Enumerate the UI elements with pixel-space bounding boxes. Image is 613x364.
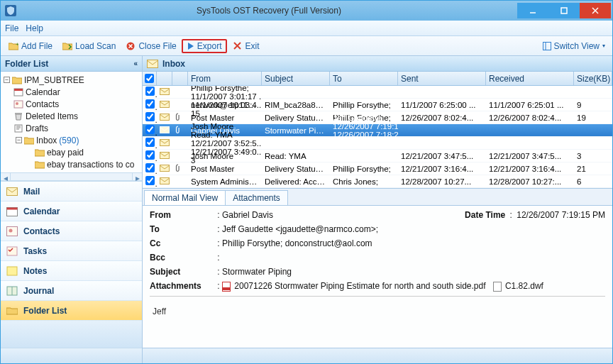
col-sent[interactable]: Sent <box>398 72 486 85</box>
tree-inbox[interactable]: − Inbox (590) <box>4 134 140 146</box>
col-size[interactable]: Size(KB) <box>574 72 612 85</box>
svg-rect-33 <box>493 282 501 291</box>
row-checkbox[interactable] <box>145 125 155 134</box>
nav-calendar[interactable]: Calendar <box>1 202 142 221</box>
window-minimize-button[interactable] <box>517 3 548 18</box>
toolbar-label: Load Scan <box>75 41 116 51</box>
tree-ebay-trans[interactable]: ebay transactions to co <box>4 158 140 170</box>
tree-ebay-paid[interactable]: ebay paid <box>4 146 140 158</box>
tree-deleted[interactable]: Deleted Items <box>4 110 140 122</box>
nav-folder-list[interactable]: Folder List <box>1 301 142 321</box>
status-bar <box>143 348 612 363</box>
mail-row[interactable]: eBay New eBay matche...Phillip Forsythe;… <box>143 86 612 99</box>
mail-row[interactable]: System Administra...Delivered: Accept...… <box>143 175 612 188</box>
row-checkbox[interactable] <box>145 112 155 121</box>
menu-bar: File Help <box>1 21 612 36</box>
inbox-header: Inbox <box>143 56 612 72</box>
col-to[interactable]: To <box>330 72 398 85</box>
nav-label: Calendar <box>23 206 60 216</box>
nav-list: Mail Calendar Contacts Tasks Notes Journ… <box>1 181 142 363</box>
add-file-button[interactable]: + Add File <box>4 39 57 53</box>
folder-load-icon <box>62 41 72 51</box>
nav-journal[interactable]: Journal <box>1 281 142 301</box>
tree-calendar[interactable]: Calendar <box>4 86 140 98</box>
folder-plus-icon: + <box>9 41 18 51</box>
envelope-icon <box>160 165 170 172</box>
mail-icon <box>6 187 18 197</box>
scroll-left-icon[interactable]: ◂ <box>1 173 11 180</box>
scroll-right-icon[interactable]: ▸ <box>132 173 142 180</box>
tree-root[interactable]: − IPM_SUBTREE <box>4 74 140 86</box>
export-button[interactable]: Export <box>182 39 228 53</box>
nav-tasks[interactable]: Tasks <box>1 241 142 261</box>
col-attach[interactable] <box>172 72 188 85</box>
select-all-checkbox[interactable] <box>145 74 154 83</box>
row-checkbox[interactable] <box>145 99 155 109</box>
col-from[interactable]: From <box>188 72 262 85</box>
cell-subject: Delivery Status N... <box>262 114 330 122</box>
cell-received: 12/26/2007 8:02:4... <box>486 114 574 122</box>
cell-from: Josh Moore <box>188 152 262 160</box>
row-checkbox[interactable] <box>145 138 155 147</box>
nav-label: Notes <box>23 266 47 276</box>
tree-label: Deleted Items <box>26 111 78 121</box>
envelope-icon <box>160 152 170 159</box>
row-checkbox[interactable] <box>145 87 155 96</box>
svg-rect-20 <box>7 267 17 275</box>
window-title: SysTools OST Recovery (Full Version) <box>21 6 517 16</box>
inbox-title: Inbox <box>162 59 185 69</box>
cell-size: 9 <box>574 101 612 109</box>
mail-rows[interactable]: eBay New eBay matche...Phillip Forsythe;… <box>143 86 612 188</box>
collapse-icon[interactable]: − <box>4 77 10 83</box>
nav-label: Journal <box>23 286 54 296</box>
col-icon[interactable] <box>157 72 172 85</box>
menu-help[interactable]: Help <box>26 23 43 33</box>
tab-normal-view[interactable]: Normal Mail View <box>144 190 226 205</box>
close-file-button[interactable]: Close File <box>121 39 181 53</box>
row-checkbox[interactable] <box>145 163 155 172</box>
nav-mail[interactable]: Mail <box>1 182 142 202</box>
cell-size: 159 <box>333 139 395 148</box>
tree-hscroll[interactable]: ◂ ▸ <box>1 172 142 181</box>
nav-notes[interactable]: Notes <box>1 261 142 281</box>
row-checkbox[interactable] <box>145 150 155 160</box>
window-maximize-button[interactable] <box>548 3 580 18</box>
tree-drafts[interactable]: Drafts <box>4 122 140 134</box>
contacts-icon <box>13 100 23 109</box>
chevron-left-icon[interactable]: « <box>133 60 138 67</box>
collapse-icon[interactable]: − <box>16 137 22 143</box>
mail-row[interactable]: Post MasterDelivery Status N...Phillip F… <box>143 162 612 175</box>
envelope-icon <box>160 114 170 121</box>
col-check[interactable] <box>143 72 157 85</box>
folder-icon <box>6 306 18 316</box>
exit-button[interactable]: Exit <box>227 39 264 53</box>
folder-icon <box>24 136 34 145</box>
journal-icon <box>6 286 18 296</box>
attachment-item[interactable]: C1.82.dwf <box>505 281 543 291</box>
load-scan-button[interactable]: Load Scan <box>57 39 121 53</box>
cc-label: Cc <box>150 238 215 248</box>
cell-sent: 11/1/2007 6:25:00 ... <box>398 101 486 109</box>
switch-view-button[interactable]: Switch View ▾ <box>539 40 609 53</box>
col-received[interactable]: Received <box>486 72 574 85</box>
nav-contacts[interactable]: Contacts <box>1 221 142 241</box>
tab-attachments[interactable]: Attachments <box>225 190 288 205</box>
tree-label: IPM_SUBTREE <box>24 75 84 85</box>
menu-file[interactable]: File <box>5 23 18 33</box>
to-value: Jeff Gaudette <jgaudette@narmco.com>; <box>222 224 605 234</box>
col-subject[interactable]: Subject <box>262 72 330 85</box>
to-label: To <box>150 224 215 234</box>
row-checkbox[interactable] <box>145 176 155 185</box>
cell-size: 3 <box>574 152 612 160</box>
window-close-button[interactable] <box>580 3 611 18</box>
folder-icon <box>35 160 45 169</box>
subject-value: Stormwater Piping <box>222 267 605 277</box>
cell-sent: 11/1/2007 3:01:17 ... <box>191 92 262 101</box>
svg-rect-16 <box>7 207 18 209</box>
attachment-item[interactable]: 20071226 Stormwater Piping Estimate for … <box>234 281 485 291</box>
svg-rect-25 <box>160 114 170 120</box>
cell-sent: 12/21/2007 3:16:4... <box>398 165 486 173</box>
tree-contacts[interactable]: Contacts <box>4 98 140 110</box>
toolbar-label: Export <box>197 41 222 51</box>
folder-tree[interactable]: − IPM_SUBTREE Calendar Contacts Deleted … <box>1 72 142 172</box>
